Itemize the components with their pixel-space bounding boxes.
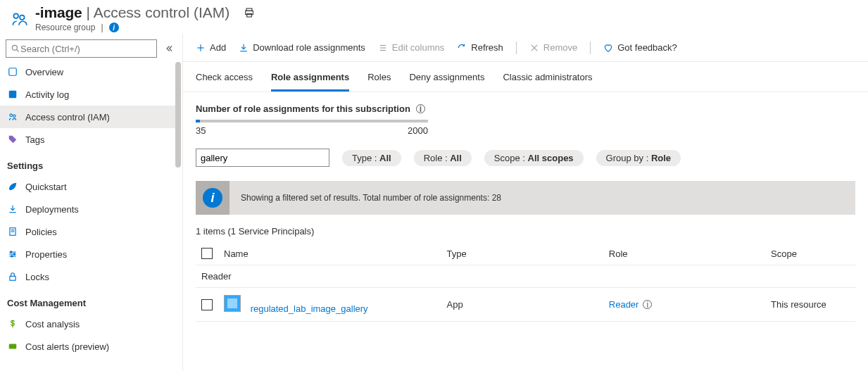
access-control-icon — [7, 112, 18, 122]
tab-bar: Check access Role assignments Roles Deny… — [183, 62, 868, 92]
search-input[interactable] — [6, 39, 157, 58]
properties-icon — [7, 249, 18, 259]
svg-point-19 — [13, 253, 15, 255]
progress-current: 35 — [196, 125, 206, 136]
sidebar-item-label: Properties — [25, 249, 67, 260]
sidebar-item-cost-alerts[interactable]: Cost alerts (preview) — [0, 335, 175, 358]
overview-icon — [7, 67, 18, 77]
info-icon[interactable]: i — [416, 104, 425, 113]
feedback-button[interactable]: Got feedback? — [603, 42, 677, 53]
download-role-assignments-button[interactable]: Download role assignments — [239, 42, 365, 53]
sidebar-item-activity-log[interactable]: Activity log — [0, 83, 175, 106]
info-banner: i Showing a filtered set of results. Tot… — [196, 181, 855, 215]
add-button[interactable]: Add — [196, 42, 226, 53]
sidebar-section-settings: Settings — [0, 151, 175, 175]
svg-point-0 — [13, 13, 18, 18]
group-header[interactable]: Reader — [196, 265, 855, 288]
plus-icon — [196, 43, 206, 53]
sidebar-section-cost: Cost Management — [0, 288, 175, 313]
toolbar-separator — [516, 42, 517, 54]
svg-point-1 — [20, 15, 25, 20]
svg-point-9 — [10, 114, 12, 117]
page-title-suffix: | Access control (IAM) — [87, 4, 230, 21]
tab-deny-assignments[interactable]: Deny assignments — [409, 72, 484, 92]
svg-point-5 — [12, 45, 17, 50]
quickstart-icon — [7, 182, 18, 191]
row-scope: This resource — [771, 299, 855, 310]
tab-check-access[interactable]: Check access — [196, 72, 253, 92]
row-name-link[interactable]: regulated_lab_image_gallery — [251, 303, 368, 314]
column-header-name[interactable]: Name — [224, 249, 447, 259]
svg-point-20 — [11, 256, 13, 257]
sidebar-item-properties[interactable]: Properties — [0, 243, 175, 265]
sidebar-item-label: Activity log — [25, 89, 69, 100]
sidebar-item-label: Deployments — [25, 204, 79, 215]
tab-role-assignments[interactable]: Role assignments — [271, 72, 349, 92]
results-table: Name Type Role Scope Reader regulated_la… — [196, 242, 855, 322]
tab-classic-administrators[interactable]: Classic administrators — [503, 72, 592, 92]
sidebar-item-access-control[interactable]: Access control (IAM) — [0, 106, 175, 128]
filter-role-pill[interactable]: Role : All — [414, 150, 472, 166]
sidebar-item-label: Access control (IAM) — [25, 112, 110, 122]
resource-title: -image — [35, 4, 82, 21]
svg-rect-22 — [9, 344, 17, 349]
refresh-button[interactable]: Refresh — [457, 42, 503, 53]
sidebar-search-field[interactable] — [20, 44, 152, 54]
progress-bar — [196, 120, 428, 122]
page-header: -image | Access control (IAM) Resource g… — [0, 0, 868, 34]
progress-labels: 35 2000 — [196, 125, 428, 136]
sidebar-item-label: Locks — [25, 272, 49, 282]
filter-groupby-pill[interactable]: Group by : Role — [596, 150, 681, 166]
refresh-icon — [457, 43, 467, 53]
result-count: 1 items (1 Service Principals) — [196, 226, 855, 237]
sidebar-item-locks[interactable]: Locks — [0, 265, 175, 288]
collapse-sidebar-icon[interactable] — [161, 41, 177, 56]
cost-analysis-icon — [7, 319, 18, 329]
locks-icon — [7, 272, 18, 282]
filter-type-pill[interactable]: Type : All — [342, 150, 401, 166]
svg-rect-7 — [9, 68, 17, 76]
tags-icon — [7, 134, 18, 144]
info-icon[interactable]: i — [109, 23, 119, 32]
tab-roles[interactable]: Roles — [367, 72, 391, 92]
deployments-icon — [7, 204, 18, 214]
info-icon[interactable]: i — [643, 300, 652, 309]
select-all-checkbox[interactable] — [201, 248, 213, 259]
remove-button[interactable]: Remove — [529, 42, 577, 53]
toolbar-separator — [590, 42, 591, 54]
sidebar-item-policies[interactable]: Policies — [0, 220, 175, 243]
sidebar-item-tags[interactable]: Tags — [0, 128, 175, 151]
download-icon — [239, 43, 249, 53]
sidebar-item-label: Quickstart — [25, 182, 67, 192]
row-role-link[interactable]: Reader — [609, 299, 639, 310]
search-icon — [11, 44, 20, 54]
edit-columns-button[interactable]: Edit columns — [378, 42, 444, 53]
remove-icon — [529, 43, 539, 53]
row-checkbox[interactable] — [201, 299, 213, 310]
sidebar-item-deployments[interactable]: Deployments — [0, 198, 175, 220]
sidebar-scrollbar[interactable] — [174, 62, 182, 344]
app-icon — [224, 295, 241, 312]
svg-point-10 — [13, 115, 15, 118]
column-header-scope[interactable]: Scope — [771, 249, 855, 259]
sidebar-item-cost-analysis[interactable]: Cost analysis — [0, 313, 175, 335]
column-header-type[interactable]: Type — [447, 249, 609, 259]
sidebar-item-label: Overview — [25, 67, 63, 77]
table-header-row: Name Type Role Scope — [196, 242, 855, 265]
sidebar-item-overview[interactable]: Overview — [0, 61, 175, 83]
info-banner-text: Showing a filtered set of results. Total… — [229, 193, 512, 203]
filter-search-input[interactable] — [196, 149, 329, 167]
progress-max: 2000 — [408, 125, 428, 136]
table-row: regulated_lab_image_gallery App Reader i… — [196, 288, 855, 322]
filter-scope-pill[interactable]: Scope : All scopes — [484, 150, 584, 166]
svg-point-18 — [11, 251, 12, 253]
svg-line-6 — [17, 50, 19, 52]
sidebar-item-label: Tags — [25, 134, 44, 145]
heart-icon — [603, 43, 613, 53]
activity-log-icon — [7, 89, 18, 99]
sidebar-item-quickstart[interactable]: Quickstart — [0, 175, 175, 198]
column-header-role[interactable]: Role — [609, 249, 771, 259]
breadcrumb: Resource group | i — [35, 23, 255, 32]
print-icon[interactable] — [244, 7, 255, 18]
sidebar-item-label: Policies — [25, 227, 57, 237]
